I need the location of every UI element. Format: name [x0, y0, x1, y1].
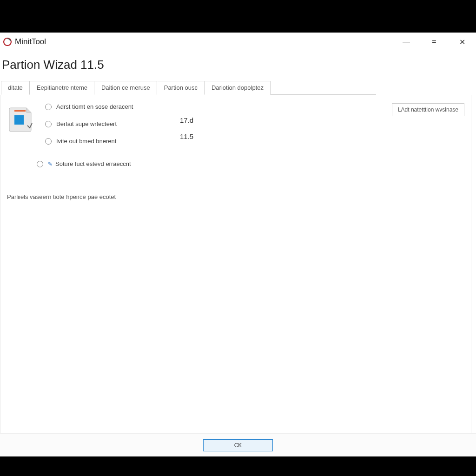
values-column: 17.d 11.5 — [180, 103, 193, 149]
radio-option-2[interactable]: Ivite out bmed bnerent — [45, 138, 175, 145]
options-column: Adrst tiomt en sose deracent Berfait sup… — [45, 103, 175, 167]
value-2: 11.5 — [180, 132, 193, 140]
tab-3[interactable]: Partion ousc — [157, 81, 205, 95]
footer: CK — [0, 433, 476, 456]
letterbox-bottom — [0, 456, 476, 476]
ok-button[interactable]: CK — [203, 439, 273, 451]
letterbox-top — [0, 0, 476, 33]
page-title: Partion Wizad 11.5 — [0, 51, 476, 80]
radio-label: Berfait supe wrtecteert — [56, 120, 117, 127]
hint-text: Parliiels vaseern tiote hpeirce pae ecot… — [7, 193, 464, 200]
tab-bar: ditate Eepitianetre nteme Daition ce mer… — [1, 80, 376, 95]
radio-icon — [45, 104, 52, 110]
window-controls: — = ✕ — [392, 33, 476, 51]
radio-option-0[interactable]: Adrst tiomt en sose deracent — [45, 103, 175, 110]
close-button[interactable]: ✕ — [448, 33, 476, 51]
svg-rect-2 — [14, 115, 24, 125]
tab-0[interactable]: ditate — [1, 81, 30, 95]
radio-label: Ivite out bmed bnerent — [56, 138, 116, 145]
radio-label: Soture fuct estevd erraeccnt — [55, 160, 131, 167]
minimize-button[interactable]: — — [392, 33, 420, 51]
titlebar: MinitTool — = ✕ — [0, 33, 476, 51]
app-window: MinitTool — = ✕ Partion Wizad 11.5 ditat… — [0, 33, 476, 456]
maximize-button[interactable]: = — [420, 33, 448, 51]
pencil-icon: ✎ — [48, 161, 53, 167]
app-name: MinitTool — [15, 37, 46, 46]
app-logo-icon — [3, 37, 12, 46]
radio-icon — [45, 138, 52, 145]
radio-label: Adrst tiomt en sose deracent — [56, 103, 133, 110]
tab-1[interactable]: Eepitianetre nteme — [30, 81, 94, 95]
tab-2[interactable]: Daition ce meruse — [94, 81, 157, 95]
radio-option-1[interactable]: Berfait supe wrtecteert — [45, 120, 175, 127]
svg-rect-1 — [14, 110, 26, 112]
radio-icon — [45, 121, 52, 127]
disk-icon — [7, 105, 35, 133]
radio-option-alt[interactable]: ✎ Soture fuct estevd erraeccnt — [37, 160, 175, 167]
side-action-button[interactable]: LAdt natetttion wvsinase — [392, 103, 464, 116]
content-area: LAdt natetttion wvsinase Adrst tiomt en … — [0, 95, 471, 433]
radio-icon — [37, 161, 43, 167]
tab-4[interactable]: Dariotion dopolptez — [205, 81, 271, 95]
value-1: 17.d — [180, 116, 193, 124]
